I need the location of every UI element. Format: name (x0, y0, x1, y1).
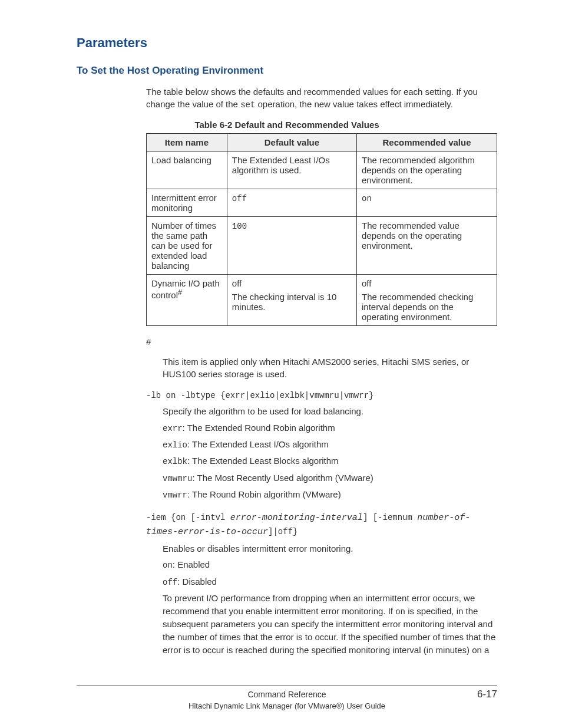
param1-item-text: : The Extended Round Robin algorithm (183, 423, 335, 433)
cell-item: Dynamic I/O path control# (147, 274, 227, 325)
cell-item-text: Dynamic I/O path control (151, 278, 220, 300)
cell-default: 100 (227, 216, 356, 274)
param1-desc: Specify the algorithm to be used for loa… (163, 405, 497, 418)
param2-syntax: -iem {on [-intvl error-monitoring-interv… (146, 510, 497, 539)
cell-default: The Extended Least I/Os algorithm is use… (227, 151, 356, 189)
cell-rec: The recommended algorithm depends on the… (356, 151, 497, 189)
param1-item: exrr: The Extended Round Robin algorithm (163, 421, 497, 434)
param2-on: on: Enabled (163, 558, 497, 571)
cell-rec-1: off (362, 278, 492, 288)
footer-doc-title: Hitachi Dynamic Link Manager (for VMware… (77, 701, 497, 710)
param2-para: To prevent I/O performance from dropping… (163, 592, 497, 656)
table-caption: Table 6-2 Default and Recommended Values (77, 120, 497, 130)
table-row: Load balancing The Extended Least I/Os a… (147, 151, 497, 189)
footer-section: Command Reference (112, 690, 462, 699)
page-footer: Command Reference 6-17 Hitachi Dynamic L… (77, 686, 497, 710)
param2-desc: Enables or disables intermittent error m… (163, 542, 497, 555)
cell-rec: off The recommended checking interval de… (356, 274, 497, 325)
param2-off-code: off (163, 578, 177, 587)
param2-para-code: on (395, 607, 405, 617)
param2-off-text: : Disabled (177, 577, 217, 587)
param1-item-code: exlio (163, 440, 187, 450)
param1-syntax-code: -lb on -lbtype {exrr|exlio|exlbk|vmwmru|… (146, 391, 373, 400)
param1-item-code: vmwmru (163, 474, 192, 483)
param1-item: vmwrr: The Round Robin algorithm (VMware… (163, 488, 497, 501)
cell-rec: on (356, 189, 497, 216)
table-row: Intermittent error monitoring off on (147, 189, 497, 216)
cell-default-code: off (232, 194, 247, 203)
param2-on-code: on (163, 561, 173, 570)
cell-item: Intermittent error monitoring (147, 189, 227, 216)
intro-code: set (240, 100, 255, 110)
param2-off: off: Disabled (163, 575, 497, 588)
intro-post: operation, the new value takes effect im… (255, 99, 452, 109)
table-row: Number of times the same path can be use… (147, 216, 497, 274)
param1-item-code: exlbk (163, 457, 187, 466)
param1-item-code: vmwrr (163, 490, 187, 500)
param1-syntax: -lb on -lbtype {exrr|exlio|exlbk|vmwmru|… (146, 388, 497, 401)
col-header-default: Default value (227, 133, 356, 151)
param1-item-text: : The Extended Least Blocks algorithm (187, 456, 339, 466)
param1-item: vmwmru: The Most Recently Used algorithm… (163, 472, 497, 485)
intro-paragraph: The table below shows the defaults and r… (146, 85, 497, 111)
subsection-heading: To Set the Host Operating Environment (77, 65, 497, 77)
param1-item-text: : The Most Recently Used algorithm (VMwa… (192, 473, 373, 483)
param1-item-text: : The Round Robin algorithm (VMware) (187, 489, 341, 499)
cell-default-1: off (232, 278, 352, 288)
cell-rec: The recommended value depends on the ope… (356, 216, 497, 274)
cell-item-sup: # (178, 288, 182, 297)
param1-item: exlbk: The Extended Least Blocks algorit… (163, 454, 497, 467)
footnote-marker: # (146, 337, 497, 347)
footnote-text: This item is applied only when Hitachi A… (163, 355, 497, 380)
cell-rec-code: on (362, 194, 372, 203)
table-header-row: Item name Default value Recommended valu… (147, 133, 497, 151)
param2-arg1: error-monitoring-interval (230, 513, 363, 523)
parameters-heading: Parameters (77, 35, 497, 51)
col-header-recommended: Recommended value (356, 133, 497, 151)
cell-item: Load balancing (147, 151, 227, 189)
footer-page-number: 6-17 (462, 689, 497, 700)
cell-default-code: 100 (232, 222, 247, 231)
table-row: Dynamic I/O path control# off The checki… (147, 274, 497, 325)
cell-default: off The checking interval is 10 minutes. (227, 274, 356, 325)
param2-syntax-p1: -iem {on [-intvl (146, 513, 230, 522)
param1-item: exlio: The Extended Least I/Os algorithm (163, 438, 497, 451)
param2-syntax-p3: ]|off} (268, 527, 297, 536)
cell-default: off (227, 189, 356, 216)
cell-default-2: The checking interval is 10 minutes. (232, 292, 352, 312)
cell-item: Number of times the same path can be use… (147, 216, 227, 274)
parameters-table: Item name Default value Recommended valu… (146, 133, 497, 326)
param1-item-code: exrr (163, 424, 183, 433)
col-header-item: Item name (147, 133, 227, 151)
param2-on-text: : Enabled (173, 559, 210, 569)
param2-syntax-p2: ] [-iemnum (363, 513, 417, 522)
cell-rec-2: The recommended checking interval depend… (362, 292, 492, 322)
param1-item-text: : The Extended Least I/Os algorithm (187, 439, 329, 449)
